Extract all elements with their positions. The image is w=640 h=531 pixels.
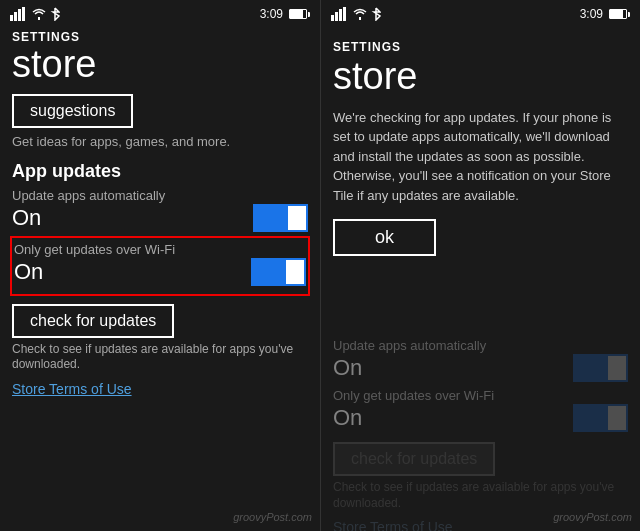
wifi-only-row: Only get updates over Wi-Fi On [14, 242, 306, 286]
status-right-left: 3:09 [260, 7, 310, 21]
dialog-message: We're checking for app updates. If your … [333, 108, 628, 206]
settings-label-left: SETTINGS [12, 30, 308, 44]
status-right-right: 3:09 [580, 7, 630, 21]
svg-rect-1 [14, 12, 17, 21]
time-right: 3:09 [580, 7, 603, 21]
settings-title-left: store [12, 44, 308, 86]
battery-icon-right [609, 9, 630, 19]
svg-rect-5 [335, 12, 338, 21]
dialog-box: SETTINGS store We're checking for app up… [321, 28, 640, 268]
status-icons-left [10, 7, 60, 21]
store-terms-left[interactable]: Store Terms of Use [12, 381, 308, 397]
auto-update-label: Update apps automatically [12, 188, 308, 203]
svg-rect-0 [10, 15, 13, 21]
time-left: 3:09 [260, 7, 283, 21]
svg-rect-4 [331, 15, 334, 21]
check-updates-desc-left: Check to see if updates are available fo… [12, 342, 308, 373]
content-left: suggestions Get ideas for apps, games, a… [0, 94, 320, 397]
dimmed-wifi-only-value: On [333, 405, 362, 431]
check-updates-desc-right-dimmed: Check to see if updates are available fo… [333, 480, 628, 511]
suggestions-desc: Get ideas for apps, games, and more. [12, 134, 308, 149]
svg-rect-6 [339, 9, 342, 21]
check-updates-button-right-dimmed: check for updates [333, 442, 495, 476]
dimmed-check-section: check for updates Check to see if update… [333, 442, 628, 511]
svg-rect-2 [18, 9, 21, 21]
watermark-right: groovyPost.com [553, 511, 632, 523]
dimmed-auto-update-label: Update apps automatically [333, 338, 628, 353]
dimmed-auto-update-toggle [573, 354, 628, 382]
svg-rect-7 [343, 7, 346, 21]
dimmed-auto-update-value-row: On [333, 354, 628, 382]
battery-icon-left [289, 9, 310, 19]
dialog-settings-title: store [333, 56, 628, 98]
wifi-only-toggle[interactable] [251, 258, 306, 286]
wifi-only-value: On [14, 259, 43, 285]
bluetooth-icon-right [371, 7, 381, 21]
dimmed-auto-update-value: On [333, 355, 362, 381]
right-panel: 3:09 SETTINGS store We're checking for a… [320, 0, 640, 531]
auto-update-toggle[interactable] [253, 204, 308, 232]
dimmed-auto-update-row: Update apps automatically On [333, 338, 628, 382]
dimmed-wifi-only-toggle [573, 404, 628, 432]
settings-header-left: SETTINGS store [0, 28, 320, 86]
wifi-only-label: Only get updates over Wi-Fi [14, 242, 306, 257]
dimmed-content-right: Update apps automatically On Only get up… [321, 338, 640, 531]
auto-update-value: On [12, 205, 41, 231]
dialog-settings-label: SETTINGS [333, 40, 628, 54]
left-panel: 3:09 SETTINGS store suggestions Get idea… [0, 0, 320, 531]
dimmed-wifi-only-label: Only get updates over Wi-Fi [333, 388, 628, 403]
wifi-only-value-row: On [14, 258, 306, 286]
auto-update-value-row: On [12, 204, 308, 232]
wifi-only-section-highlighted: Only get updates over Wi-Fi On [10, 236, 310, 296]
dimmed-wifi-only-value-row: On [333, 404, 628, 432]
dialog-ok-button[interactable]: ok [333, 219, 436, 256]
app-updates-title: App updates [12, 161, 308, 182]
watermark-left: groovyPost.com [233, 511, 312, 523]
wifi-icon [32, 8, 46, 20]
status-icons-right [331, 7, 381, 21]
svg-rect-3 [22, 7, 25, 21]
wifi-icon-right [353, 8, 367, 20]
dimmed-wifi-only-row: Only get updates over Wi-Fi On [333, 388, 628, 432]
signal-icon-right [331, 7, 349, 21]
suggestions-button[interactable]: suggestions [12, 94, 133, 128]
auto-update-row: Update apps automatically On [12, 188, 308, 232]
signal-icon [10, 7, 28, 21]
status-bar-left: 3:09 [0, 0, 320, 28]
bluetooth-icon [50, 7, 60, 21]
status-bar-right: 3:09 [321, 0, 640, 28]
check-updates-button-left[interactable]: check for updates [12, 304, 174, 338]
